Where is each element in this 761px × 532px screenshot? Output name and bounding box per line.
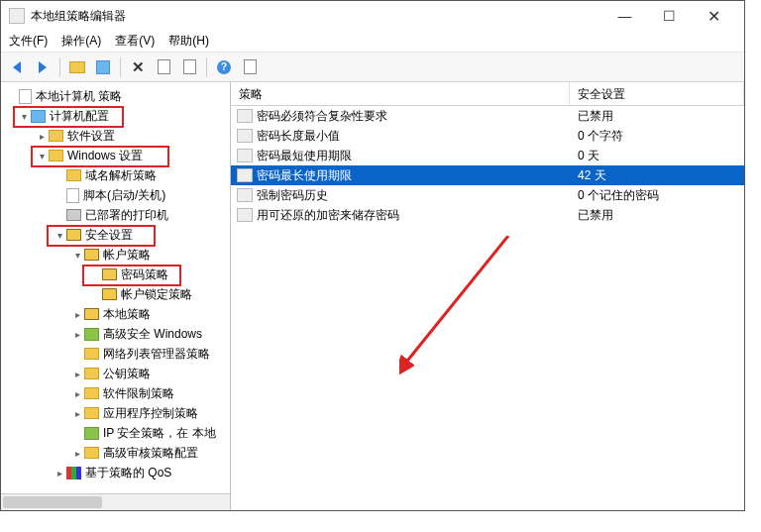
main-area: 本地计算机 策略 ▾计算机配置 ▸软件设置 ▾Windows 设置 域名解析策略… bbox=[1, 82, 744, 510]
policy-name: 密码最长使用期限 bbox=[257, 167, 352, 184]
policy-setting: 42 天 bbox=[570, 167, 744, 184]
tree-label: 本地计算机 策略 bbox=[36, 88, 122, 105]
gpedit-window: 本地组策略编辑器 — ☐ ✕ 文件(F) 操作(A) 查看(V) 帮助(H) ✕… bbox=[0, 0, 745, 511]
tree-ip-security[interactable]: IP 安全策略，在 本地 bbox=[3, 423, 228, 443]
close-button[interactable]: ✕ bbox=[692, 2, 736, 30]
policy-setting: 0 个字符 bbox=[570, 128, 744, 145]
column-header-policy[interactable]: 策略 bbox=[231, 82, 570, 105]
tree-label: 密码策略 bbox=[121, 266, 168, 283]
tree-label: 基于策略的 QoS bbox=[85, 465, 171, 481]
list-row[interactable]: 密码必须符合复杂性要求已禁用 bbox=[231, 106, 744, 126]
tree-windows-settings[interactable]: ▾Windows 设置 bbox=[3, 146, 228, 165]
policy-setting: 已禁用 bbox=[570, 207, 744, 224]
view-toggle-button[interactable] bbox=[91, 55, 115, 79]
chevron-right-icon[interactable]: ▸ bbox=[35, 131, 49, 142]
list-row[interactable]: 强制密码历史0 个记住的密码 bbox=[231, 185, 744, 205]
menu-file[interactable]: 文件(F) bbox=[9, 33, 48, 50]
tree-label: 帐户策略 bbox=[103, 247, 151, 264]
tree-software-settings[interactable]: ▸软件设置 bbox=[3, 126, 228, 146]
policy-icon bbox=[237, 109, 253, 123]
menubar: 文件(F) 操作(A) 查看(V) 帮助(H) bbox=[1, 31, 744, 53]
policy-name: 密码必须符合复杂性要求 bbox=[257, 108, 387, 125]
tree-label: 域名解析策略 bbox=[85, 167, 157, 184]
list-pane: 策略 安全设置 密码必须符合复杂性要求已禁用密码长度最小值0 个字符密码最短使用… bbox=[231, 82, 744, 510]
tree-local-policy[interactable]: ▸本地策略 bbox=[3, 304, 228, 324]
properties-button[interactable] bbox=[152, 55, 175, 79]
policy-icon bbox=[237, 208, 253, 222]
tree-label: 本地策略 bbox=[103, 306, 151, 323]
tree-dns-policy[interactable]: 域名解析策略 bbox=[3, 165, 228, 185]
policy-name: 用可还原的加密来储存密码 bbox=[257, 207, 399, 224]
tree-qos[interactable]: ▸基于策略的 QoS bbox=[3, 463, 228, 482]
tree-label: 已部署的打印机 bbox=[85, 207, 168, 224]
tree-computer-config[interactable]: ▾计算机配置 bbox=[3, 106, 228, 126]
tree-label: Windows 设置 bbox=[67, 148, 143, 164]
export-button[interactable] bbox=[177, 55, 201, 79]
tree-security-settings[interactable]: ▾安全设置 bbox=[3, 225, 228, 245]
tree-label: 软件设置 bbox=[67, 128, 115, 145]
list-row[interactable]: 密码最长使用期限42 天 bbox=[231, 165, 744, 185]
tree-label: 安全设置 bbox=[85, 227, 133, 244]
tree-network-list[interactable]: 网络列表管理器策略 bbox=[3, 344, 228, 364]
policy-setting: 已禁用 bbox=[570, 108, 744, 125]
separator bbox=[59, 57, 60, 77]
chevron-down-icon[interactable]: ▾ bbox=[70, 250, 84, 261]
tree-label: 软件限制策略 bbox=[103, 385, 174, 402]
tree-password-policy[interactable]: 密码策略 bbox=[3, 265, 228, 284]
tree-audit-policy[interactable]: ▸高级审核策略配置 bbox=[3, 443, 228, 463]
tree-label: 高级安全 Windows bbox=[103, 326, 202, 343]
chevron-right-icon[interactable]: ▸ bbox=[70, 388, 84, 399]
folder-up-button[interactable] bbox=[65, 55, 89, 79]
chevron-right-icon[interactable]: ▸ bbox=[70, 309, 84, 320]
titlebar[interactable]: 本地组策略编辑器 — ☐ ✕ bbox=[1, 1, 744, 31]
menu-action[interactable]: 操作(A) bbox=[61, 33, 101, 50]
back-button[interactable] bbox=[5, 55, 29, 79]
tree-scripts[interactable]: 脚本(启动/关机) bbox=[3, 185, 228, 205]
column-header-setting[interactable]: 安全设置 bbox=[570, 82, 744, 105]
tree-label: 高级审核策略配置 bbox=[103, 445, 198, 462]
tree-adv-windows[interactable]: ▸高级安全 Windows bbox=[3, 324, 228, 344]
chevron-right-icon[interactable]: ▸ bbox=[70, 329, 84, 340]
policy-icon bbox=[237, 149, 253, 162]
chevron-right-icon[interactable]: ▸ bbox=[70, 408, 84, 419]
tree-label: IP 安全策略，在 本地 bbox=[103, 425, 216, 442]
tree-label: 帐户锁定策略 bbox=[121, 286, 192, 303]
separator bbox=[120, 57, 121, 77]
tree-label: 公钥策略 bbox=[103, 366, 151, 382]
separator bbox=[206, 57, 207, 77]
toolbar: ✕ ? bbox=[1, 53, 744, 82]
tree-pubkey-policy[interactable]: ▸公钥策略 bbox=[3, 364, 228, 383]
help-button[interactable]: ? bbox=[212, 55, 236, 79]
tree-app-control[interactable]: ▸应用程序控制策略 bbox=[3, 403, 228, 423]
refresh-button[interactable] bbox=[238, 55, 262, 79]
list-row[interactable]: 密码最短使用期限0 天 bbox=[231, 146, 744, 165]
chevron-down-icon[interactable]: ▾ bbox=[35, 151, 49, 161]
tree-software-restrict[interactable]: ▸软件限制策略 bbox=[3, 383, 228, 403]
horizontal-scrollbar[interactable] bbox=[1, 493, 230, 510]
menu-help[interactable]: 帮助(H) bbox=[168, 33, 209, 50]
tree-pane: 本地计算机 策略 ▾计算机配置 ▸软件设置 ▾Windows 设置 域名解析策略… bbox=[1, 82, 231, 510]
tree-account-policy[interactable]: ▾帐户策略 bbox=[3, 245, 228, 265]
policy-icon bbox=[237, 168, 253, 182]
chevron-right-icon[interactable]: ▸ bbox=[70, 369, 84, 379]
delete-button[interactable]: ✕ bbox=[126, 55, 150, 79]
chevron-down-icon[interactable]: ▾ bbox=[53, 230, 66, 241]
list-row[interactable]: 用可还原的加密来储存密码已禁用 bbox=[231, 205, 744, 225]
chevron-right-icon[interactable]: ▸ bbox=[53, 468, 66, 479]
tree-lockout-policy[interactable]: 帐户锁定策略 bbox=[3, 284, 228, 304]
tree-deployed-printers[interactable]: 已部署的打印机 bbox=[3, 205, 228, 225]
maximize-button[interactable]: ☐ bbox=[647, 2, 692, 30]
policy-icon bbox=[237, 129, 253, 143]
chevron-down-icon[interactable]: ▾ bbox=[17, 111, 31, 122]
tree-root[interactable]: 本地计算机 策略 bbox=[3, 86, 228, 106]
app-icon bbox=[9, 8, 25, 24]
tree-label: 计算机配置 bbox=[50, 108, 109, 125]
list-body[interactable]: 密码必须符合复杂性要求已禁用密码长度最小值0 个字符密码最短使用期限0 天密码最… bbox=[231, 106, 744, 510]
tree[interactable]: 本地计算机 策略 ▾计算机配置 ▸软件设置 ▾Windows 设置 域名解析策略… bbox=[1, 82, 230, 493]
list-header: 策略 安全设置 bbox=[231, 82, 744, 106]
menu-view[interactable]: 查看(V) bbox=[115, 33, 155, 50]
list-row[interactable]: 密码长度最小值0 个字符 bbox=[231, 126, 744, 146]
chevron-right-icon[interactable]: ▸ bbox=[70, 448, 84, 459]
minimize-button[interactable]: — bbox=[602, 2, 647, 30]
forward-button[interactable] bbox=[31, 55, 54, 79]
